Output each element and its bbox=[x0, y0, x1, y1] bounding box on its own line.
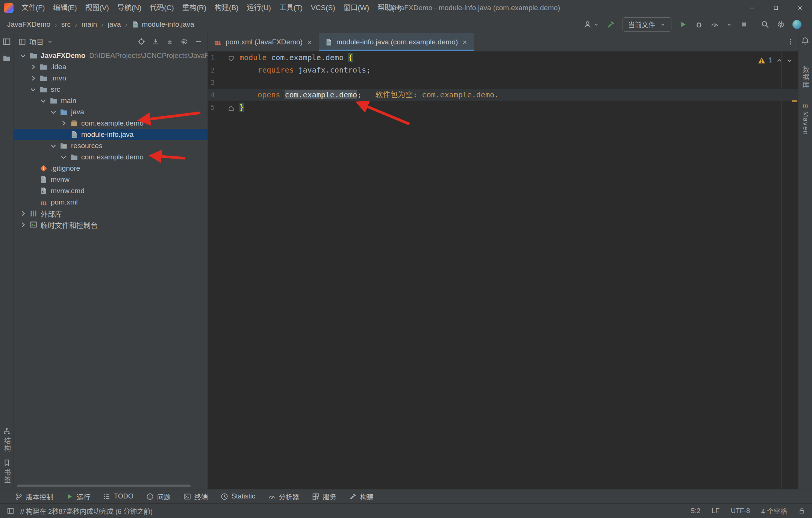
build-project-button[interactable] bbox=[607, 20, 615, 29]
close-tab-icon[interactable] bbox=[462, 39, 468, 45]
chevron-right-icon[interactable] bbox=[29, 63, 39, 71]
tool-window-switcher-icon[interactable] bbox=[7, 507, 14, 515]
favorites-tool-button[interactable] bbox=[3, 54, 11, 62]
tool-button-build[interactable]: 构建 bbox=[344, 489, 379, 503]
fold-end-icon[interactable] bbox=[227, 103, 235, 111]
fold-start-icon[interactable] bbox=[227, 54, 235, 61]
breadcrumb-item-main[interactable]: main bbox=[80, 20, 99, 29]
menu-item-6[interactable]: 构建(B) bbox=[211, 0, 242, 16]
breadcrumb-item-java[interactable]: java bbox=[106, 20, 123, 29]
tool-button-statistic[interactable]: Statistic bbox=[215, 489, 261, 503]
tree-item-src[interactable]: src bbox=[14, 84, 208, 95]
editor-tab-module-info[interactable]: module-info.java (com.example.demo) bbox=[319, 33, 474, 51]
user-button[interactable] bbox=[583, 20, 599, 29]
code-line-4[interactable]: 4 opens com.example.demo; 软件包为空: com.exa… bbox=[208, 89, 798, 101]
menu-item-5[interactable]: 重构(R) bbox=[178, 0, 211, 16]
indent-widget[interactable]: 4 个空格 bbox=[761, 506, 787, 516]
line-number-1[interactable]: 1 bbox=[208, 51, 239, 64]
menu-item-2[interactable]: 视图(V) bbox=[81, 0, 113, 16]
scroll-to-source-button[interactable] bbox=[152, 38, 159, 45]
horizontal-scrollbar[interactable] bbox=[17, 485, 191, 487]
tree-item-mvnw-cmd[interactable]: mvnw.cmd bbox=[14, 185, 208, 197]
line-separator-widget[interactable]: LF bbox=[712, 507, 720, 515]
chevron-down-icon[interactable] bbox=[39, 97, 49, 105]
next-problem-icon[interactable] bbox=[786, 57, 793, 64]
search-everywhere-button[interactable] bbox=[761, 20, 769, 29]
database-tool-button[interactable]: 数据库 bbox=[800, 66, 810, 89]
tree-item-pom-xml[interactable]: mpom.xml bbox=[14, 197, 208, 208]
options-gear-button[interactable] bbox=[180, 38, 188, 45]
code-line-1[interactable]: 1module com.example.demo { bbox=[208, 51, 798, 64]
tree-item-node-14[interactable]: 外部库 bbox=[14, 208, 208, 219]
profile-button[interactable] bbox=[710, 20, 719, 29]
menu-item-8[interactable]: 工具(T) bbox=[275, 0, 307, 16]
project-panel-header[interactable]: 项目 bbox=[14, 33, 208, 50]
maximize-button[interactable] bbox=[764, 0, 788, 16]
code-line-5[interactable]: 5} bbox=[208, 101, 798, 114]
hide-panel-button[interactable] bbox=[195, 38, 202, 45]
editor-tab-pom[interactable]: mpom.xml (JavaFXDemo) bbox=[208, 33, 319, 51]
caret-position-widget[interactable]: 5:2 bbox=[691, 507, 700, 515]
tree-item-resources[interactable]: resources bbox=[14, 140, 208, 151]
chevron-right-icon[interactable] bbox=[60, 120, 70, 127]
menu-item-7[interactable]: 运行(U) bbox=[242, 0, 275, 16]
tool-button-problems[interactable]: 问题 bbox=[141, 489, 176, 503]
tree-item-com-example-demo[interactable]: com.example.demo bbox=[14, 118, 208, 129]
ide-status-sphere-icon[interactable] bbox=[792, 20, 801, 29]
menu-item-1[interactable]: 编辑(E) bbox=[49, 0, 81, 16]
collapse-all-button[interactable] bbox=[166, 38, 174, 45]
tree-item-java[interactable]: java bbox=[14, 106, 208, 118]
bookmarks-tool-button[interactable]: 书签 bbox=[2, 459, 12, 484]
prev-problem-icon[interactable] bbox=[776, 57, 783, 64]
tool-button-services[interactable]: 服务 bbox=[307, 489, 342, 503]
more-run-options-button[interactable] bbox=[726, 21, 732, 27]
chevron-down-icon[interactable] bbox=[60, 153, 70, 161]
chevron-right-icon[interactable] bbox=[29, 74, 39, 82]
tree-item-mvnw[interactable]: mvnw bbox=[14, 174, 208, 185]
close-tab-icon[interactable] bbox=[306, 39, 313, 45]
line-number-5[interactable]: 5 bbox=[208, 101, 239, 114]
tree-item-gitignore[interactable]: .gitignore bbox=[14, 163, 208, 174]
chevron-down-icon[interactable] bbox=[29, 86, 39, 93]
locate-file-button[interactable] bbox=[138, 38, 145, 45]
line-number-4[interactable]: 4 bbox=[208, 89, 239, 101]
code-line-3[interactable]: 3 bbox=[208, 76, 798, 89]
chevron-right-icon[interactable] bbox=[19, 221, 29, 229]
structure-tool-button[interactable]: 结构 bbox=[2, 427, 12, 452]
tool-button-run[interactable]: 运行 bbox=[61, 489, 95, 503]
menu-item-10[interactable]: 窗口(W) bbox=[339, 0, 373, 16]
chevron-down-icon[interactable] bbox=[50, 142, 59, 150]
run-button[interactable] bbox=[679, 20, 687, 29]
readonly-lock-icon[interactable] bbox=[798, 507, 805, 514]
tree-item-javafxdemo[interactable]: JavaFXDemoD:\IDEAProjects\JCNCProjects\J… bbox=[14, 50, 208, 61]
tool-button-profiler[interactable]: 分析器 bbox=[263, 489, 304, 503]
code-editor[interactable]: 1module com.example.demo {2 requires jav… bbox=[208, 51, 798, 489]
menu-item-4[interactable]: 代码(C) bbox=[145, 0, 178, 16]
chevron-right-icon[interactable] bbox=[19, 210, 29, 217]
tree-item-main[interactable]: main bbox=[14, 95, 208, 106]
breadcrumb-item-module-info-java[interactable]: module-info.java bbox=[130, 20, 196, 29]
line-number-2[interactable]: 2 bbox=[208, 64, 239, 76]
breadcrumb-item-src[interactable]: src bbox=[59, 20, 73, 29]
line-number-3[interactable]: 3 bbox=[208, 76, 239, 89]
tree-item-mvn[interactable]: .mvn bbox=[14, 73, 208, 84]
code-line-2[interactable]: 2 requires javafx.controls; bbox=[208, 64, 798, 76]
menu-item-3[interactable]: 导航(N) bbox=[113, 0, 145, 16]
tab-options-kebab-icon[interactable] bbox=[787, 38, 794, 45]
breadcrumb-item-javafxdemo[interactable]: JavaFXDemo bbox=[5, 20, 52, 29]
tree-item-com-example-demo[interactable]: com.example.demo bbox=[14, 151, 208, 163]
tool-button-version-control[interactable]: 版本控制 bbox=[10, 489, 58, 503]
run-config-select[interactable]: 当前文件 bbox=[623, 17, 671, 32]
tool-button-terminal[interactable]: 终端 bbox=[178, 489, 213, 503]
warning-stripe-mark[interactable] bbox=[792, 100, 797, 102]
menu-item-9[interactable]: VCS(S) bbox=[307, 0, 339, 16]
encoding-widget[interactable]: UTF-8 bbox=[731, 507, 750, 515]
settings-button[interactable] bbox=[777, 20, 785, 29]
project-tool-button[interactable] bbox=[3, 38, 11, 46]
tree-item-idea[interactable]: .idea bbox=[14, 61, 208, 73]
minimize-button[interactable] bbox=[740, 0, 764, 16]
menu-item-0[interactable]: 文件(F) bbox=[17, 0, 49, 16]
maven-tool-button[interactable]: m Maven bbox=[801, 101, 809, 135]
tree-item-node-15[interactable]: 临时文件和控制台 bbox=[14, 219, 208, 230]
notifications-bell-button[interactable] bbox=[801, 37, 809, 45]
